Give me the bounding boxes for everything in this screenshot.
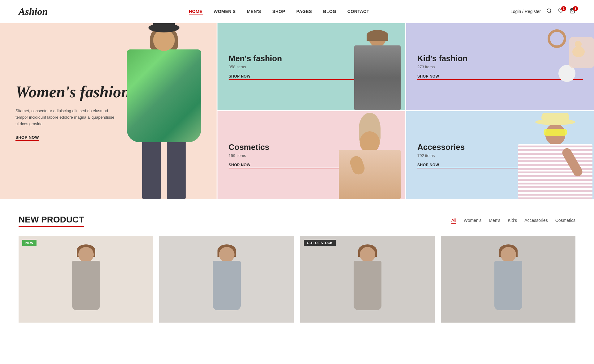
product-card-1[interactable] (159, 236, 294, 323)
nav-item-mens[interactable]: MEN'S (247, 9, 261, 14)
mens-silhouette (350, 30, 405, 110)
search-button[interactable] (546, 8, 552, 15)
person-head-1 (219, 247, 235, 262)
product-image-1 (159, 236, 294, 323)
acc-hat-brim (535, 119, 575, 125)
logo[interactable]: Ashion (19, 6, 48, 17)
person-head-3 (501, 247, 516, 262)
person-body-0 (72, 261, 100, 310)
new-product-section: NEW PRODUCT AllWomen'sMen'sKid'sAccessor… (0, 199, 594, 332)
main-nav: HOMEWOMEN'SMEN'SSHOPPAGESBLOGCONTACT (189, 9, 369, 14)
header: Ashion HOMEWOMEN'SMEN'SSHOPPAGESBLOGCONT… (0, 0, 594, 23)
product-grid: NEWOUT OF STOCK (19, 236, 575, 323)
cosmetics-body (339, 150, 401, 199)
filter-tab-all[interactable]: All (451, 218, 456, 224)
accessories-silhouette (515, 113, 594, 199)
kids-cat-title: Kid's fashion (417, 54, 583, 63)
model-leg-right (167, 138, 186, 199)
person-head-0 (78, 247, 94, 262)
hero-text: Women's fashion Sitamet, consectetur adi… (15, 83, 130, 140)
wishlist-button[interactable]: 2 (557, 8, 564, 15)
product-image-0 (19, 236, 153, 323)
filter-tabs: AllWomen'sMen'sKid'sAccessoriesCosmetics (451, 218, 575, 224)
kids-shop-now[interactable]: SHOP NOW (417, 74, 583, 80)
hero-shop-now-link[interactable]: SHOP NOW (15, 135, 39, 141)
section-header: NEW PRODUCT AllWomen'sMen'sKid'sAccessor… (19, 215, 575, 227)
cart-button[interactable]: 2 (569, 8, 575, 15)
cosmetics-silhouette (333, 113, 405, 199)
nav-item-shop[interactable]: SHOP (272, 9, 285, 14)
filter-tab-accessories[interactable]: Accessories (524, 218, 548, 224)
svg-point-0 (547, 9, 551, 12)
login-register-link[interactable]: Login / Register (510, 9, 541, 14)
filter-tab-womens[interactable]: Women's (464, 218, 482, 224)
model-body (127, 49, 201, 142)
nav-item-blog[interactable]: BLOG (323, 9, 336, 14)
mens-fashion-panel[interactable]: Men's fashion 358 items SHOP NOW (217, 23, 405, 111)
kids-ring-toy (548, 29, 566, 48)
kids-cat-items: 273 items (417, 65, 583, 69)
person-head-2 (360, 247, 375, 262)
mens-hair (367, 30, 388, 41)
sunglasses (544, 129, 567, 136)
product-card-0[interactable]: NEW (19, 236, 153, 323)
model-silhouette (121, 26, 207, 199)
hero-section: Women's fashion Sitamet, consectetur adi… (0, 23, 594, 199)
nav-item-home[interactable]: HOME (189, 9, 203, 15)
nav-item-womens[interactable]: WOMEN'S (214, 9, 236, 14)
product-badge-0: NEW (22, 240, 37, 246)
cart-badge: 2 (573, 6, 578, 11)
nav-item-pages[interactable]: PAGES (296, 9, 312, 14)
accessories-figure (515, 113, 594, 199)
person-body-2 (354, 261, 381, 310)
product-image-2 (300, 236, 435, 323)
mens-body (354, 45, 401, 110)
wishlist-badge: 2 (561, 6, 566, 11)
header-right: Login / Register 2 2 (510, 8, 575, 15)
svg-line-1 (550, 12, 551, 13)
kids-fashion-panel[interactable]: Kid's fashion 273 items SHOP NOW (405, 23, 594, 111)
model-hat-top (153, 23, 175, 26)
hero-description: Sitamet, consectetur adipiscing elit, se… (15, 108, 114, 127)
product-card-2[interactable]: OUT OF STOCK (300, 236, 435, 323)
model-leg-left (142, 138, 161, 199)
kids-clothes (569, 37, 594, 68)
product-card-3[interactable] (441, 236, 575, 323)
mens-figure (340, 30, 405, 110)
hero-title: Women's fashion (15, 83, 130, 102)
product-image-3 (441, 236, 575, 323)
hero-main-panel: Women's fashion Sitamet, consectetur adi… (0, 23, 217, 199)
filter-tab-cosmetics[interactable]: Cosmetics (555, 218, 575, 224)
person-body-1 (213, 261, 241, 310)
accessories-panel[interactable]: Accessories 792 items SHOP NOW (405, 111, 594, 199)
nav-item-contact[interactable]: CONTACT (347, 9, 369, 14)
person-body-3 (494, 261, 522, 310)
model-head (153, 29, 175, 51)
filter-tab-kids[interactable]: Kid's (508, 218, 517, 224)
filter-tab-mens[interactable]: Men's (489, 218, 500, 224)
cosmetics-figure (333, 113, 405, 199)
new-product-title: NEW PRODUCT (19, 215, 84, 227)
cosmetics-panel[interactable]: Cosmetics 159 items SHOP NOW (217, 111, 405, 199)
product-badge-2: OUT OF STOCK (304, 240, 336, 246)
